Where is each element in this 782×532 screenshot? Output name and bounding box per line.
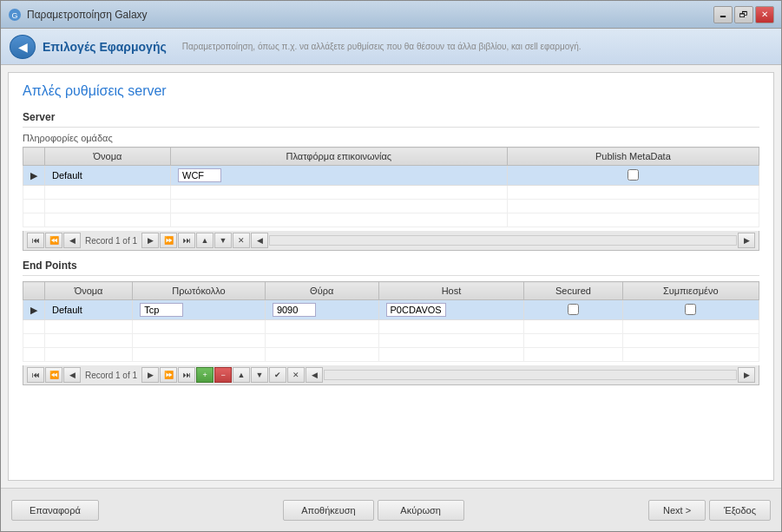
server-prev-btn[interactable]: ◀ <box>63 233 81 248</box>
ep-name-cell: Default <box>45 300 133 320</box>
ep-port-cell[interactable]: 9090 <box>265 300 378 320</box>
server-empty-row-1 <box>23 186 759 200</box>
save-button[interactable]: Αποθήκευση <box>283 500 373 521</box>
cancel-button[interactable]: Ακύρωση <box>378 500 464 521</box>
server-toolbar: ⏮ ⏪ ◀ Record 1 of 1 ▶ ⏩ ⏭ ▲ ▼ ✕ ◀ ▶ <box>23 231 759 251</box>
close-button[interactable]: ✕ <box>755 6 774 23</box>
bottom-left-buttons: Επαναφορά <box>11 500 99 521</box>
ep-next-btn[interactable]: ▶ <box>141 367 159 383</box>
nav-subtitle: Παραμετροποίηση, όπως π.χ. να αλλάξετε ρ… <box>182 42 582 51</box>
ep-down-btn[interactable]: ▼ <box>251 367 268 383</box>
ep-host-cell[interactable]: P0CDAVOS <box>378 300 524 320</box>
ep-secured-checkbox[interactable] <box>568 304 579 315</box>
window-title: Παραμετροποίηση Galaxy <box>27 9 148 21</box>
ep-col-host: Host <box>378 282 524 300</box>
ep-empty-row-2 <box>23 334 759 348</box>
server-col-indicator <box>23 148 45 166</box>
exit-button[interactable]: Έξοδος <box>709 500 771 521</box>
restore-button[interactable]: 🗗 <box>734 6 753 23</box>
server-up-btn[interactable]: ▲ <box>196 233 214 248</box>
ep-compressed-checkbox[interactable] <box>685 304 696 315</box>
ep-col-name: Όνομα <box>45 282 133 300</box>
ep-scrollbar[interactable] <box>324 370 737 380</box>
bottom-right-buttons: Next > Έξοδος <box>648 500 771 521</box>
ep-delete-btn[interactable]: − <box>214 367 232 383</box>
ep-empty-row-3 <box>23 348 759 362</box>
server-name-cell: Default <box>45 166 171 186</box>
server-empty-row-3 <box>23 213 759 227</box>
server-first-btn[interactable]: ⏮ <box>27 233 44 248</box>
server-next-next-btn[interactable]: ⏩ <box>160 233 177 248</box>
back-button[interactable]: ◀ <box>10 35 36 59</box>
endpoints-table: Όνομα Πρωτόκολλο Θύρα Host Secured Συμπι… <box>23 281 759 362</box>
row-indicator: ▶ <box>23 166 45 186</box>
ep-col-protocol: Πρωτόκολλο <box>133 282 266 300</box>
title-bar: G Παραμετροποίηση Galaxy 🗕 🗗 ✕ <box>1 1 781 29</box>
ep-row-indicator: ▶ <box>23 300 45 320</box>
ep-empty-row-1 <box>23 320 759 334</box>
app-icon: G <box>8 8 22 22</box>
bottom-bar: Επαναφορά Αποθήκευση Ακύρωση Next > Έξοδ… <box>1 488 781 531</box>
main-content: Απλές ρυθμίσεις server Server Πληροφορίε… <box>8 72 774 481</box>
server-next-btn[interactable]: ▶ <box>141 233 159 248</box>
ep-prev-btn[interactable]: ◀ <box>63 367 81 383</box>
ep-compressed-cell[interactable] <box>622 300 759 320</box>
endpoints-section-label: End Points <box>23 259 759 272</box>
title-buttons: 🗕 🗗 ✕ <box>713 6 774 23</box>
server-table: Όνομα Πλατφόρμα επικοινωνίας Publish Met… <box>23 147 759 227</box>
ep-secured-cell[interactable] <box>524 300 622 320</box>
ep-add-btn[interactable]: + <box>196 367 214 383</box>
ep-protocol-cell[interactable]: Tcp <box>133 300 266 320</box>
server-record-text: Record 1 of 1 <box>82 236 141 246</box>
server-col-publish: Publish MetaData <box>507 148 759 166</box>
ep-last-btn[interactable]: ⏭ <box>178 367 195 383</box>
ep-prev-prev-btn[interactable]: ⏪ <box>45 367 62 383</box>
server-x-btn[interactable]: ✕ <box>233 233 250 248</box>
reset-button[interactable]: Επαναφορά <box>11 500 99 521</box>
ep-col-indicator <box>23 282 45 300</box>
endpoints-toolbar: ⏮ ⏪ ◀ Record 1 of 1 ▶ ⏩ ⏭ + − ▲ ▼ ✔ ✕ ◀ … <box>23 365 759 385</box>
server-last-btn[interactable]: ⏭ <box>178 233 195 248</box>
server-down-btn[interactable]: ▼ <box>214 233 232 248</box>
nav-title: Επιλογές Εφαρμογής <box>43 40 167 54</box>
server-scroll-right[interactable]: ▶ <box>738 233 755 248</box>
bottom-center-buttons: Αποθήκευση Ακύρωση <box>283 500 463 521</box>
ep-record-text: Record 1 of 1 <box>82 371 141 380</box>
server-prev-prev-btn[interactable]: ⏪ <box>45 233 62 248</box>
ep-next-next-btn[interactable]: ⏩ <box>160 367 177 383</box>
server-platform-cell[interactable]: WCF <box>171 166 508 186</box>
ep-first-btn[interactable]: ⏮ <box>27 367 44 383</box>
server-publish-cell[interactable] <box>507 166 759 186</box>
server-publish-checkbox[interactable] <box>628 169 639 181</box>
ep-x-btn[interactable]: ✕ <box>287 367 305 383</box>
ep-col-compressed: Συμπιεσμένο <box>622 282 759 300</box>
server-scroll-left[interactable]: ◀ <box>251 233 268 248</box>
server-scrollbar[interactable] <box>269 235 737 246</box>
minimize-button[interactable]: 🗕 <box>713 6 733 23</box>
server-col-platform: Πλατφόρμα επικοινωνίας <box>171 148 508 166</box>
server-table-row: ▶ Default WCF <box>23 166 759 186</box>
nav-bar: ◀ Επιλογές Εφαρμογής Παραμετροποίηση, όπ… <box>1 29 781 65</box>
ep-col-secured: Secured <box>524 282 622 300</box>
ep-up-btn[interactable]: ▲ <box>233 367 250 383</box>
svg-text:G: G <box>11 11 17 20</box>
ep-table-row: ▶ Default Tcp 9090 P0CDAVOS <box>23 300 759 320</box>
server-section-label: Server <box>23 111 759 123</box>
server-empty-row-2 <box>23 200 759 213</box>
server-col-name: Όνομα <box>45 148 171 166</box>
page-title: Απλές ρυθμίσεις server <box>23 83 759 99</box>
server-sub-label: Πληροφορίες ομάδας <box>23 133 759 143</box>
ep-col-port: Θύρα <box>265 282 378 300</box>
ep-scroll-right[interactable]: ▶ <box>738 367 755 383</box>
ep-scroll-left[interactable]: ◀ <box>306 367 323 383</box>
ep-confirm-btn[interactable]: ✔ <box>269 367 286 383</box>
next-button[interactable]: Next > <box>648 500 706 521</box>
